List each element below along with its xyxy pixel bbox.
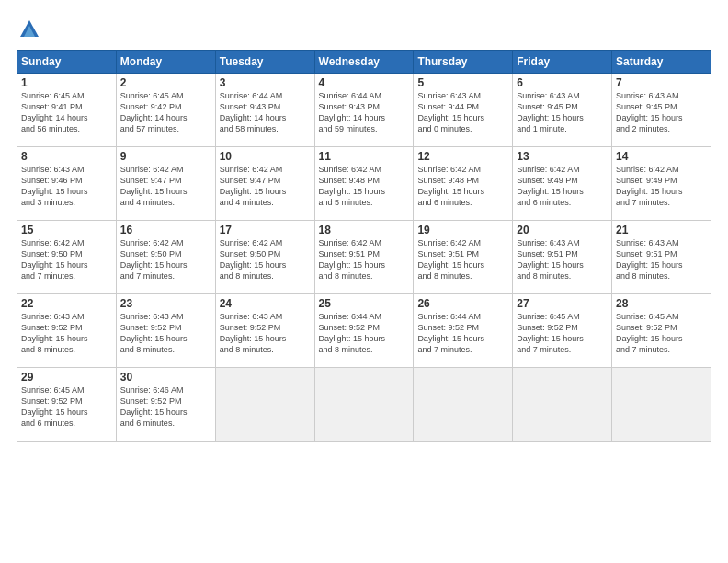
day-info: Sunrise: 6:43 AM Sunset: 9:51 PM Dayligh… [616, 237, 707, 282]
calendar-cell-29: 29Sunrise: 6:45 AM Sunset: 9:52 PM Dayli… [17, 368, 117, 442]
logo-icon [17, 17, 42, 42]
calendar-cell-9: 9Sunrise: 6:42 AM Sunset: 9:47 PM Daylig… [116, 147, 215, 221]
day-info: Sunrise: 6:43 AM Sunset: 9:45 PM Dayligh… [517, 90, 608, 135]
day-number: 23 [120, 297, 211, 310]
day-number: 8 [21, 150, 112, 163]
header-row: SundayMondayTuesdayWednesdayThursdayFrid… [17, 51, 711, 74]
day-info: Sunrise: 6:42 AM Sunset: 9:49 PM Dayligh… [517, 164, 608, 209]
calendar-cell-27: 27Sunrise: 6:45 AM Sunset: 9:52 PM Dayli… [513, 294, 612, 368]
calendar-cell-25: 25Sunrise: 6:44 AM Sunset: 9:52 PM Dayli… [314, 294, 414, 368]
day-info: Sunrise: 6:42 AM Sunset: 9:49 PM Dayligh… [616, 164, 707, 209]
day-info: Sunrise: 6:42 AM Sunset: 9:47 PM Dayligh… [120, 164, 211, 209]
day-info: Sunrise: 6:46 AM Sunset: 9:52 PM Dayligh… [120, 385, 211, 430]
header-cell-wednesday: Wednesday [314, 51, 414, 74]
calendar-cell-30: 30Sunrise: 6:46 AM Sunset: 9:52 PM Dayli… [116, 368, 215, 442]
day-info: Sunrise: 6:42 AM Sunset: 9:48 PM Dayligh… [319, 164, 410, 209]
day-number: 21 [616, 224, 707, 236]
calendar-cell-3: 3Sunrise: 6:44 AM Sunset: 9:43 PM Daylig… [215, 74, 314, 147]
day-info: Sunrise: 6:45 AM Sunset: 9:52 PM Dayligh… [21, 385, 112, 430]
day-number: 22 [21, 297, 112, 310]
day-number: 15 [21, 224, 112, 236]
day-number: 20 [517, 224, 608, 236]
calendar-row: 1Sunrise: 6:45 AM Sunset: 9:41 PM Daylig… [17, 74, 711, 147]
day-info: Sunrise: 6:44 AM Sunset: 9:52 PM Dayligh… [319, 311, 410, 356]
day-number: 29 [21, 371, 112, 384]
day-number: 3 [220, 76, 311, 89]
day-number: 2 [120, 76, 211, 89]
day-info: Sunrise: 6:45 AM Sunset: 9:52 PM Dayligh… [616, 311, 707, 356]
calendar-cell-16: 16Sunrise: 6:42 AM Sunset: 9:50 PM Dayli… [116, 221, 215, 294]
header-cell-saturday: Saturday [612, 51, 711, 74]
header-cell-tuesday: Tuesday [215, 51, 314, 74]
calendar-cell-7: 7Sunrise: 6:43 AM Sunset: 9:45 PM Daylig… [612, 74, 711, 147]
day-info: Sunrise: 6:42 AM Sunset: 9:47 PM Dayligh… [220, 164, 311, 209]
day-number: 11 [319, 150, 410, 163]
day-info: Sunrise: 6:43 AM Sunset: 9:45 PM Dayligh… [616, 90, 707, 135]
calendar-cell-21: 21Sunrise: 6:43 AM Sunset: 9:51 PM Dayli… [612, 221, 711, 294]
calendar-cell-2: 2Sunrise: 6:45 AM Sunset: 9:42 PM Daylig… [116, 74, 215, 147]
calendar-cell-23: 23Sunrise: 6:43 AM Sunset: 9:52 PM Dayli… [116, 294, 215, 368]
day-info: Sunrise: 6:43 AM Sunset: 9:52 PM Dayligh… [21, 311, 112, 356]
day-number: 24 [220, 297, 311, 310]
calendar-cell-24: 24Sunrise: 6:43 AM Sunset: 9:52 PM Dayli… [215, 294, 314, 368]
day-number: 4 [319, 76, 410, 89]
day-info: Sunrise: 6:42 AM Sunset: 9:51 PM Dayligh… [319, 237, 410, 282]
header-cell-friday: Friday [513, 51, 612, 74]
day-info: Sunrise: 6:43 AM Sunset: 9:51 PM Dayligh… [517, 237, 608, 282]
day-info: Sunrise: 6:44 AM Sunset: 9:43 PM Dayligh… [220, 90, 311, 135]
day-number: 10 [220, 150, 311, 163]
header-cell-thursday: Thursday [414, 51, 513, 74]
calendar-cell-5: 5Sunrise: 6:43 AM Sunset: 9:44 PM Daylig… [414, 74, 513, 147]
calendar-cell-13: 13Sunrise: 6:42 AM Sunset: 9:49 PM Dayli… [513, 147, 612, 221]
day-info: Sunrise: 6:42 AM Sunset: 9:50 PM Dayligh… [220, 237, 311, 282]
header-cell-sunday: Sunday [17, 51, 117, 74]
day-info: Sunrise: 6:43 AM Sunset: 9:44 PM Dayligh… [417, 90, 508, 135]
calendar-row: 22Sunrise: 6:43 AM Sunset: 9:52 PM Dayli… [17, 294, 711, 368]
calendar-cell-1: 1Sunrise: 6:45 AM Sunset: 9:41 PM Daylig… [17, 74, 117, 147]
day-info: Sunrise: 6:45 AM Sunset: 9:52 PM Dayligh… [517, 311, 608, 356]
day-number: 26 [417, 297, 508, 310]
day-info: Sunrise: 6:45 AM Sunset: 9:42 PM Dayligh… [120, 90, 211, 135]
calendar-cell-14: 14Sunrise: 6:42 AM Sunset: 9:49 PM Dayli… [612, 147, 711, 221]
day-info: Sunrise: 6:45 AM Sunset: 9:41 PM Dayligh… [21, 90, 112, 135]
header-cell-monday: Monday [116, 51, 215, 74]
day-number: 14 [616, 150, 707, 163]
calendar-table: SundayMondayTuesdayWednesdayThursdayFrid… [17, 50, 711, 442]
calendar-cell-17: 17Sunrise: 6:42 AM Sunset: 9:50 PM Dayli… [215, 221, 314, 294]
calendar-cell-26: 26Sunrise: 6:44 AM Sunset: 9:52 PM Dayli… [414, 294, 513, 368]
day-number: 12 [417, 150, 508, 163]
calendar-cell-19: 19Sunrise: 6:42 AM Sunset: 9:51 PM Dayli… [414, 221, 513, 294]
calendar-cell-15: 15Sunrise: 6:42 AM Sunset: 9:50 PM Dayli… [17, 221, 117, 294]
day-number: 19 [417, 224, 508, 236]
day-number: 25 [319, 297, 410, 310]
day-info: Sunrise: 6:43 AM Sunset: 9:52 PM Dayligh… [220, 311, 311, 356]
day-info: Sunrise: 6:44 AM Sunset: 9:52 PM Dayligh… [417, 311, 508, 356]
day-info: Sunrise: 6:42 AM Sunset: 9:51 PM Dayligh… [417, 237, 508, 282]
day-number: 7 [616, 76, 707, 89]
page: SundayMondayTuesdayWednesdayThursdayFrid… [0, 0, 728, 563]
day-number: 1 [21, 76, 112, 89]
day-number: 16 [120, 224, 211, 236]
calendar-row: 8Sunrise: 6:43 AM Sunset: 9:46 PM Daylig… [17, 147, 711, 221]
day-number: 17 [220, 224, 311, 236]
calendar-cell-6: 6Sunrise: 6:43 AM Sunset: 9:45 PM Daylig… [513, 74, 612, 147]
day-info: Sunrise: 6:43 AM Sunset: 9:46 PM Dayligh… [21, 164, 112, 209]
calendar-cell-22: 22Sunrise: 6:43 AM Sunset: 9:52 PM Dayli… [17, 294, 117, 368]
logo [17, 17, 45, 42]
calendar-row: 29Sunrise: 6:45 AM Sunset: 9:52 PM Dayli… [17, 368, 711, 442]
day-number: 18 [319, 224, 410, 236]
calendar-cell-18: 18Sunrise: 6:42 AM Sunset: 9:51 PM Dayli… [314, 221, 414, 294]
day-info: Sunrise: 6:42 AM Sunset: 9:50 PM Dayligh… [21, 237, 112, 282]
calendar-cell-4: 4Sunrise: 6:44 AM Sunset: 9:43 PM Daylig… [314, 74, 414, 147]
calendar-cell-12: 12Sunrise: 6:42 AM Sunset: 9:48 PM Dayli… [414, 147, 513, 221]
calendar-row: 15Sunrise: 6:42 AM Sunset: 9:50 PM Dayli… [17, 221, 711, 294]
day-info: Sunrise: 6:42 AM Sunset: 9:50 PM Dayligh… [120, 237, 211, 282]
calendar-cell-10: 10Sunrise: 6:42 AM Sunset: 9:47 PM Dayli… [215, 147, 314, 221]
day-info: Sunrise: 6:42 AM Sunset: 9:48 PM Dayligh… [417, 164, 508, 209]
day-info: Sunrise: 6:44 AM Sunset: 9:43 PM Dayligh… [319, 90, 410, 135]
calendar-cell-11: 11Sunrise: 6:42 AM Sunset: 9:48 PM Dayli… [314, 147, 414, 221]
calendar-cell-8: 8Sunrise: 6:43 AM Sunset: 9:46 PM Daylig… [17, 147, 117, 221]
day-number: 30 [120, 371, 211, 384]
day-number: 13 [517, 150, 608, 163]
calendar-cell-28: 28Sunrise: 6:45 AM Sunset: 9:52 PM Dayli… [612, 294, 711, 368]
